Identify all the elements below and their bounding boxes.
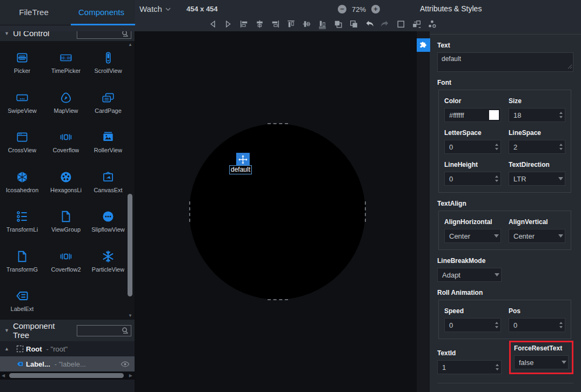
stepper-arrows-icon[interactable]: [559, 321, 563, 329]
scrollbar-thumb[interactable]: [128, 194, 132, 296]
lineheight-stepper[interactable]: 0: [444, 172, 501, 186]
align-right-icon[interactable]: [270, 19, 281, 29]
horizontal-scrollbar[interactable]: ◀ ▶: [0, 371, 135, 380]
component-item-rollerview[interactable]: RollerView: [88, 122, 129, 162]
pos-stepper[interactable]: 0: [509, 318, 565, 332]
hierarchy-icon[interactable]: [427, 19, 437, 29]
forceresettext-dropdown[interactable]: false: [514, 355, 569, 369]
component-item-scrollview[interactable]: ScrollView: [88, 43, 129, 83]
scroll-right-icon[interactable]: ▶: [129, 373, 132, 378]
stepper-arrows-icon[interactable]: [559, 143, 563, 151]
size-label: Size: [509, 97, 565, 105]
stepper-arrows-icon[interactable]: [495, 143, 499, 151]
alignvertical-dropdown[interactable]: Center: [509, 229, 565, 243]
linespace-stepper[interactable]: 2: [509, 140, 565, 154]
root-screen-circle[interactable]: [189, 124, 365, 300]
component-item-viewgroup[interactable]: ViewGroup: [44, 201, 88, 241]
speed-stepper[interactable]: 0: [444, 318, 501, 332]
color-input[interactable]: #ffffff: [444, 108, 501, 122]
feature-panel-button[interactable]: [417, 38, 430, 52]
align-top-icon[interactable]: [286, 19, 296, 29]
component-item-particleview[interactable]: ParticleView: [88, 241, 129, 281]
component-item-hexagonsli[interactable]: HexagonsLi: [44, 162, 88, 202]
component-item-crossview[interactable]: CrossView: [0, 122, 44, 162]
label-widget[interactable]: default: [229, 165, 252, 174]
design-canvas[interactable]: default: [135, 31, 416, 392]
tree-row-label[interactable]: Label...- "labele...: [0, 356, 135, 371]
scroll-left-icon[interactable]: ◀: [2, 373, 5, 378]
component-item-transformli[interactable]: TransformLi: [0, 201, 44, 241]
component-item-picker[interactable]: Picker: [0, 43, 44, 83]
tree-node-name: Label...: [26, 360, 50, 368]
align-center-vertical-icon[interactable]: [302, 19, 312, 29]
textalign-group: AlignHorizontal Center AlignVertical Cen…: [438, 211, 571, 250]
undo-icon[interactable]: [364, 19, 375, 29]
text-value-input[interactable]: default: [437, 52, 573, 72]
zoom-in-button[interactable]: +: [371, 5, 380, 13]
linebreakmode-dropdown[interactable]: Adapt: [437, 268, 502, 282]
coverflow-icon: [59, 130, 73, 144]
align-center-horizontal-icon[interactable]: [255, 19, 265, 29]
tab-filetree[interactable]: FileTree: [0, 0, 68, 24]
inspector-panel: Feature Text default Font Color #ffffff: [430, 15, 581, 392]
component-tree-search-input[interactable]: [79, 327, 121, 334]
send-backward-icon[interactable]: [349, 19, 359, 29]
vertical-scrollbar[interactable]: ▲ ▼: [126, 42, 134, 319]
align-bottom-icon[interactable]: [317, 19, 328, 29]
component-label: ViewGroup: [51, 226, 81, 233]
component-item-slipflowview[interactable]: SlipflowView: [88, 201, 129, 241]
component-tree-searchbox: [77, 325, 131, 336]
collapse-triangle-icon[interactable]: ▼: [4, 328, 9, 333]
color-swatch[interactable]: [489, 110, 499, 120]
align-left-icon[interactable]: [239, 19, 249, 29]
component-label: CrossView: [8, 147, 36, 153]
swap-layout-icon[interactable]: [411, 19, 422, 29]
component-label: TimePicker: [51, 67, 81, 74]
component-item-coverflow[interactable]: Coverflow: [44, 122, 88, 162]
letterspace-stepper[interactable]: 0: [444, 140, 501, 154]
textid-stepper[interactable]: 1: [437, 360, 502, 374]
scroll-up-icon[interactable]: ▲: [128, 42, 133, 47]
resize-handle-icon[interactable]: [567, 63, 572, 71]
selection-box-icon[interactable]: [396, 19, 406, 29]
tree-node-suffix: - "root": [46, 345, 68, 353]
component-item-swipeview[interactable]: SwipeView: [0, 83, 44, 123]
stepper-arrows-icon[interactable]: [495, 175, 499, 183]
component-item-labelext[interactable]: LabelExt: [0, 281, 44, 320]
component-item-coverflow2[interactable]: Coverflow2: [44, 241, 88, 281]
expander-icon[interactable]: ▲: [4, 346, 14, 352]
stepper-arrows-icon[interactable]: [495, 363, 499, 371]
component-label: Coverflow: [53, 147, 79, 153]
transformli-icon: [15, 209, 29, 224]
particle-icon: [101, 249, 115, 263]
size-stepper[interactable]: 18: [509, 108, 565, 122]
alignhorizontal-dropdown[interactable]: Center: [444, 229, 501, 243]
component-item-mapview[interactable]: MapView: [44, 83, 88, 123]
roll-animation-section-label: Roll Animation: [437, 289, 573, 296]
move-handle[interactable]: [236, 153, 250, 166]
nav-back-icon[interactable]: [208, 19, 218, 29]
component-item-canvasext[interactable]: CanvasExt: [88, 162, 129, 202]
textdirection-dropdown[interactable]: LTR: [509, 172, 565, 186]
component-item-cardpage[interactable]: CardPage: [88, 83, 129, 123]
component-item-icosahedron[interactable]: Icosahedron: [0, 162, 44, 202]
eye-icon[interactable]: [121, 361, 130, 368]
scrollbar-thumb[interactable]: [9, 373, 124, 378]
redo-icon[interactable]: [380, 19, 390, 29]
component-item-timepicker[interactable]: 00:00TimePicker: [44, 43, 88, 83]
linespace-label: LineSpace: [509, 129, 565, 137]
watch-dropdown[interactable]: Watch: [139, 4, 171, 13]
zoom-out-button[interactable]: −: [338, 5, 346, 13]
mapview-icon: [59, 91, 73, 105]
section-divider: [437, 383, 573, 383]
component-item-transformg[interactable]: TransformG: [0, 241, 44, 281]
textdirection-value: LTR: [513, 175, 558, 183]
stepper-arrows-icon[interactable]: [559, 111, 563, 119]
tree-row-root[interactable]: ▲Root- "root": [0, 341, 135, 356]
tab-components[interactable]: Components: [68, 0, 135, 24]
bring-forward-icon[interactable]: [333, 19, 343, 29]
scroll-down-icon[interactable]: ▼: [128, 313, 133, 318]
stepper-arrows-icon[interactable]: [495, 321, 499, 329]
collapse-triangle-icon[interactable]: ▼: [4, 31, 9, 36]
nav-forward-icon[interactable]: [223, 19, 233, 29]
